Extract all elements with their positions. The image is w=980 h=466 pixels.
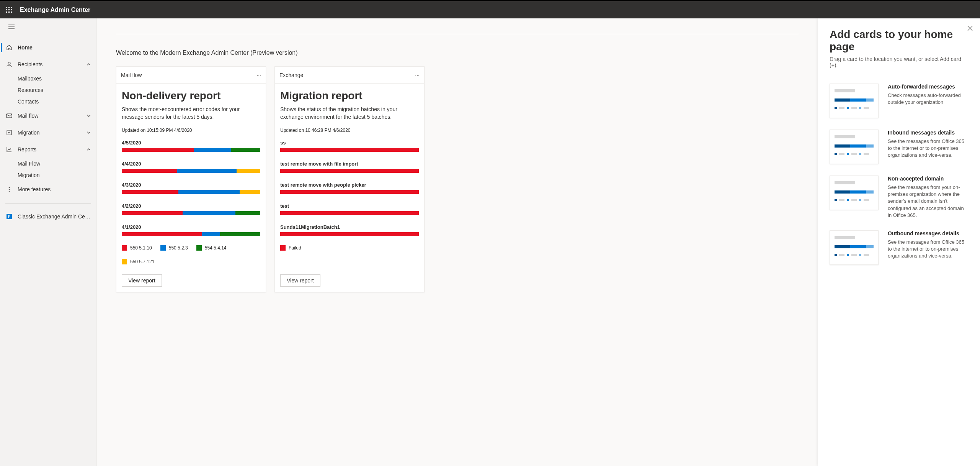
panel-card-inbound[interactable]: Inbound messages details See the message… xyxy=(830,130,969,164)
nav-home[interactable]: Home xyxy=(0,39,96,56)
card-category: Exchange xyxy=(279,72,303,78)
nav-resources[interactable]: Resources xyxy=(0,84,96,96)
cards-row: Mail flow ··· Non-delivery report Shows … xyxy=(97,66,818,308)
nav-classic-eac[interactable]: E Classic Exchange Admin Cent... xyxy=(0,209,96,224)
app-launcher-button[interactable] xyxy=(0,1,18,19)
panel-title: Add cards to your home page xyxy=(830,28,969,53)
top-divider xyxy=(116,34,799,34)
chart-row-label: test xyxy=(280,203,419,209)
svg-rect-13 xyxy=(7,114,12,118)
nav-recipients[interactable]: Recipients xyxy=(0,56,96,73)
svg-rect-4 xyxy=(8,9,10,10)
card-thumbnail xyxy=(830,130,879,164)
chart-bar xyxy=(122,211,260,215)
nav-more-label: More features xyxy=(18,186,51,192)
chart-row-label: 4/4/2020 xyxy=(122,161,260,167)
legend-item: Failed xyxy=(280,245,301,251)
card-updated: Updated on 10:46:28 PM 4/6/2020 xyxy=(280,128,419,133)
card-thumbnail xyxy=(830,176,879,210)
close-panel-button[interactable] xyxy=(965,24,975,33)
chart-bar xyxy=(280,211,419,215)
toggle-sidebar-button[interactable] xyxy=(5,21,18,33)
svg-rect-6 xyxy=(6,11,7,13)
nav-mailboxes[interactable]: Mailboxes xyxy=(0,73,96,84)
chart-row-label: 4/2/2020 xyxy=(122,203,260,209)
svg-rect-7 xyxy=(8,11,10,13)
person-icon xyxy=(5,61,13,68)
chevron-up-icon xyxy=(87,62,91,67)
divider xyxy=(5,203,91,203)
svg-rect-3 xyxy=(6,9,7,10)
svg-rect-2 xyxy=(11,7,12,8)
chart-legend: Failed xyxy=(280,245,419,251)
nav-home-label: Home xyxy=(18,44,33,51)
sidebar: Home Recipients Mailboxes Resources Cont… xyxy=(0,18,97,466)
nav-classic-label: Classic Exchange Admin Cent... xyxy=(18,213,91,220)
chart-row-label: test remote move with file import xyxy=(280,161,419,167)
chart-row-label: Sunds11MigrationBatch1 xyxy=(280,224,419,230)
close-icon xyxy=(967,26,973,31)
panel-card-title: Inbound messages details xyxy=(888,130,969,136)
nav-reports-mailflow[interactable]: Mail Flow xyxy=(0,158,96,169)
panel-card-title: Auto-forwarded messages xyxy=(888,84,969,90)
main-content: Welcome to the Modern Exchange Admin Cen… xyxy=(97,18,818,466)
card-thumbnail xyxy=(830,84,879,118)
card-category: Mail flow xyxy=(121,72,142,78)
chevron-up-icon xyxy=(87,147,91,152)
app-title: Exchange Admin Center xyxy=(20,7,90,13)
panel-card-description: Check messages auto-forwarded outside yo… xyxy=(888,92,969,106)
nav-reports-migration[interactable]: Migration xyxy=(0,169,96,181)
card-description: Shows the most-encountered error codes f… xyxy=(122,106,260,121)
chart-row-label: 4/5/2020 xyxy=(122,140,260,146)
chart-bar xyxy=(122,169,260,173)
panel-card-non-accepted[interactable]: Non-accepted domain See the messages fro… xyxy=(830,176,969,219)
chart-row-label: ss xyxy=(280,140,419,146)
svg-point-12 xyxy=(8,62,10,64)
chevron-down-icon xyxy=(87,113,91,118)
view-report-button[interactable]: View report xyxy=(122,274,162,287)
card-more-button[interactable]: ··· xyxy=(256,72,261,78)
panel-card-description: See the messages from your on-premises o… xyxy=(888,184,969,219)
nav-contacts[interactable]: Contacts xyxy=(0,96,96,107)
chart-bar xyxy=(280,190,419,194)
nav-reports[interactable]: Reports xyxy=(0,141,96,158)
nav-reports-label: Reports xyxy=(18,146,36,153)
svg-rect-5 xyxy=(11,9,12,10)
card-updated: Updated on 10:15:09 PM 4/6/2020 xyxy=(122,128,260,133)
nav-more-features[interactable]: More features xyxy=(0,181,96,198)
svg-point-17 xyxy=(9,191,10,192)
view-report-button[interactable]: View report xyxy=(280,274,320,287)
svg-rect-8 xyxy=(11,11,12,13)
card-title: Migration report xyxy=(280,90,419,102)
card-more-button[interactable]: ··· xyxy=(415,72,420,78)
chart-bar xyxy=(122,148,260,152)
legend-item: 554 5.4.14 xyxy=(196,245,227,251)
card-non-delivery-report: Mail flow ··· Non-delivery report Shows … xyxy=(116,66,266,292)
chart-bar xyxy=(280,148,419,152)
panel-subtitle: Drag a card to the location you want, or… xyxy=(830,56,969,68)
svg-text:E: E xyxy=(8,215,11,219)
nav-mailflow[interactable]: Mail flow xyxy=(0,107,96,124)
welcome-heading: Welcome to the Modern Exchange Admin Cen… xyxy=(116,49,799,56)
panel-card-outbound[interactable]: Outbound messages details See the messag… xyxy=(830,230,969,265)
nav-recipients-label: Recipients xyxy=(18,61,42,67)
panel-card-auto-forwarded[interactable]: Auto-forwarded messages Check messages a… xyxy=(830,84,969,118)
waffle-icon xyxy=(6,7,12,13)
legend-item: 550 5.1.10 xyxy=(122,245,152,251)
svg-rect-1 xyxy=(8,7,10,8)
svg-rect-0 xyxy=(6,7,7,8)
hamburger-icon xyxy=(8,25,15,29)
top-bar: Exchange Admin Center xyxy=(0,0,980,18)
panel-card-title: Outbound messages details xyxy=(888,230,969,236)
chart-row-label: 4/1/2020 xyxy=(122,224,260,230)
nav-migration[interactable]: Migration xyxy=(0,124,96,141)
chevron-down-icon xyxy=(87,130,91,135)
chart-bar xyxy=(122,190,260,194)
home-icon xyxy=(5,44,13,51)
chart-bar xyxy=(280,169,419,173)
card-title: Non-delivery report xyxy=(122,90,260,102)
panel-card-description: See the messages from Office 365 to the … xyxy=(888,239,969,260)
nav-mailflow-label: Mail flow xyxy=(18,113,38,119)
add-cards-panel: Add cards to your home page Drag a card … xyxy=(818,18,980,466)
svg-point-16 xyxy=(9,189,10,190)
